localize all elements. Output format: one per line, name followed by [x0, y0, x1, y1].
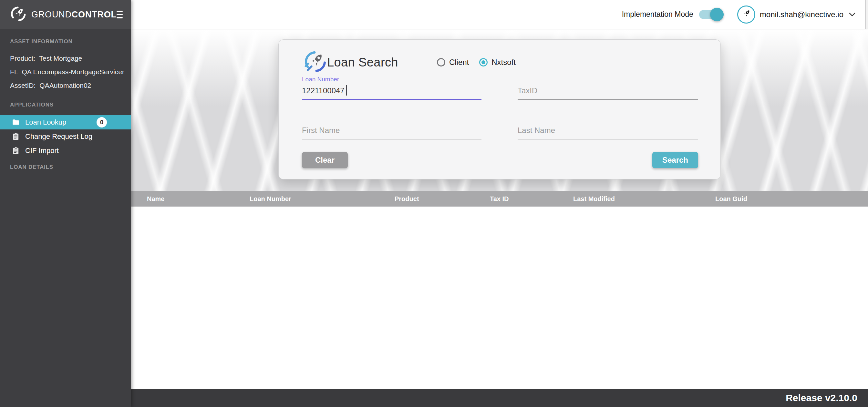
- toggle-knob: [710, 8, 724, 21]
- folder-icon: [11, 118, 20, 127]
- search-button[interactable]: Search: [652, 152, 698, 168]
- nav-item-label: Change Request Log: [25, 132, 92, 141]
- column-header-tax-id: Tax ID: [490, 191, 509, 207]
- clear-button[interactable]: Clear: [302, 152, 348, 168]
- asset-info-assetid: AssetID:QAAutomation02: [10, 82, 91, 89]
- implementation-mode-toggle[interactable]: [699, 10, 723, 19]
- column-header-loan-number: Loan Number: [250, 191, 291, 207]
- radio-label: Nxtsoft: [492, 58, 516, 67]
- footer: Release v2.10.0: [131, 389, 868, 407]
- brand-title: GROUNDCONTROL: [31, 10, 117, 20]
- nav-item-loan-lookup[interactable]: Loan Lookup 0: [0, 115, 131, 129]
- asset-info-product: Product:Test Mortgage: [10, 55, 82, 62]
- radio-selected-icon: [479, 58, 488, 66]
- page-title: Loan Search: [327, 56, 398, 69]
- nav-item-change-request-log[interactable]: Change Request Log: [0, 129, 131, 144]
- rocket-avatar-icon: [741, 8, 752, 21]
- card-header: Loan Search Client Nxtsoft: [304, 49, 516, 76]
- chevron-down-icon[interactable]: [848, 12, 856, 17]
- text-caret: [346, 85, 347, 96]
- tax-id-field: [518, 76, 698, 100]
- topbar: Implementation Mode monil.shah@kinective…: [131, 0, 868, 29]
- hero-background: Loan Search Client Nxtsoft Loan Number: [131, 29, 868, 191]
- loan-number-field: Loan Number: [302, 76, 482, 100]
- clipboard-icon: [11, 132, 20, 141]
- loan-number-label: Loan Number: [302, 76, 482, 84]
- column-header-last-modified: Last Modified: [573, 191, 615, 207]
- hamburger-menu-icon[interactable]: [117, 9, 123, 20]
- column-header-product: Product: [395, 191, 419, 207]
- loan-search-card: Loan Search Client Nxtsoft Loan Number: [278, 39, 721, 180]
- radio-label: Client: [449, 58, 469, 67]
- loan-lookup-count-badge: 0: [97, 117, 107, 127]
- source-radio-group: Client Nxtsoft: [437, 58, 516, 67]
- asset-info-fi: FI:QA Encompass-MortgageServicer: [10, 68, 124, 76]
- nav-item-label: CIF Import: [25, 147, 59, 155]
- nav-item-cif-import[interactable]: CIF Import: [0, 144, 131, 158]
- groundcontrol-rocket-logo-icon: [10, 6, 27, 23]
- radio-unselected-icon: [437, 58, 445, 66]
- radio-nxtsoft[interactable]: Nxtsoft: [479, 58, 516, 67]
- section-asset-information: ASSET INFORMATION: [10, 38, 73, 45]
- app-root: GROUNDCONTROL ASSET INFORMATION Product:…: [0, 0, 868, 407]
- last-name-input[interactable]: [518, 124, 698, 139]
- tax-id-input[interactable]: [518, 84, 698, 100]
- column-header-name: Name: [147, 191, 164, 207]
- release-version: Release v2.10.0: [786, 393, 857, 403]
- first-name-input[interactable]: [302, 124, 482, 139]
- sidebar-logo-bar: GROUNDCONTROL: [0, 0, 131, 29]
- implementation-mode-label: Implementation Mode: [622, 10, 693, 19]
- radio-client[interactable]: Client: [437, 58, 469, 67]
- applications-nav: Loan Lookup 0 Change Request Log: [0, 115, 131, 158]
- clipboard-icon: [11, 147, 20, 155]
- scrollbar-track[interactable]: [865, 0, 868, 29]
- last-name-field: [518, 116, 698, 139]
- avatar[interactable]: [737, 5, 755, 24]
- rocket-card-icon: [304, 50, 327, 74]
- user-email: monil.shah@kinective.io: [760, 10, 843, 19]
- results-table-header: Name Loan Number Product Tax ID Last Mod…: [131, 191, 868, 207]
- sidebar: GROUNDCONTROL ASSET INFORMATION Product:…: [0, 0, 131, 407]
- section-loan-details: LOAN DETAILS: [10, 164, 53, 170]
- first-name-field: [302, 116, 482, 139]
- section-applications: APPLICATIONS: [10, 102, 54, 108]
- nav-item-label: Loan Lookup: [25, 118, 66, 127]
- column-header-loan-guid: Loan Guid: [715, 191, 747, 207]
- loan-number-input[interactable]: [302, 84, 482, 100]
